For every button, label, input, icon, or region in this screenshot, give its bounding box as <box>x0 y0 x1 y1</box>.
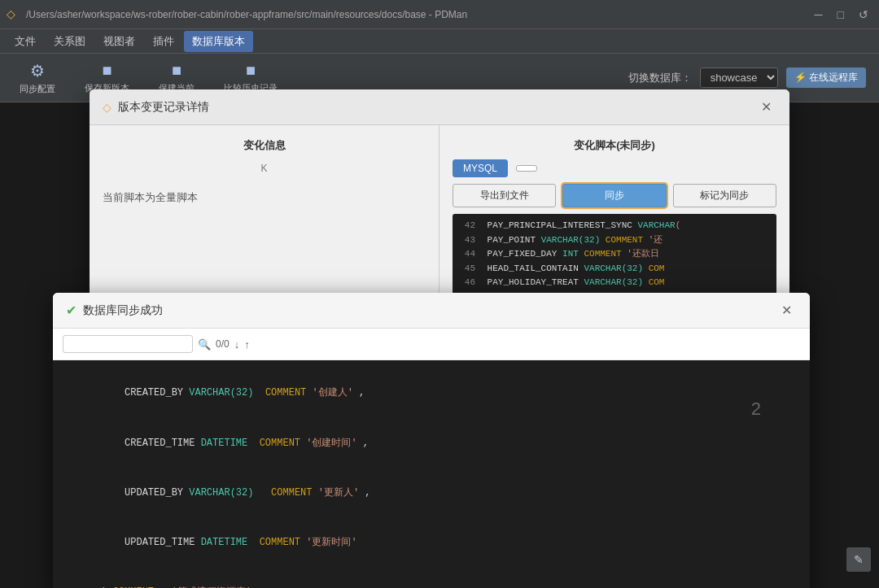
sync-config-icon: ⚙ <box>30 61 45 81</box>
build-current-icon: ■ <box>172 61 181 80</box>
change-info-title: 变化信息 <box>103 138 426 153</box>
sync-modal: ✔ 数据库同步成功 ✕ 🔍 0/0 ↓ ↑ CREATED_BY VARCHAR… <box>53 293 810 588</box>
app-icon: ◇ <box>7 7 21 22</box>
menu-bar: 文件 关系图 视图者 插件 数据库版本 <box>0 29 879 54</box>
sql-area[interactable]: CREATED_BY VARCHAR(32) COMMENT '创建人' , C… <box>53 360 810 588</box>
code-line-42: 42 PAY_PRINCIPAL_INTEREST_SYNC VARCHAR( <box>459 219 770 233</box>
sql-line-4: UPDATED_TIME DATETIME COMMENT '更新时间' <box>66 518 797 568</box>
sync-btn[interactable]: 同步 <box>562 184 666 207</box>
sql-line-1: CREATED_BY VARCHAR(32) COMMENT '创建人' , <box>66 368 797 418</box>
window-path: /Users/asher/workspace/ws-rober/rober-ca… <box>26 9 811 20</box>
db-select[interactable]: showcase <box>700 68 778 88</box>
divider-k: K <box>103 163 426 174</box>
sync-config-btn[interactable]: ⚙ 同步配置 <box>13 58 62 98</box>
sql-line-3: UPDATED_BY VARCHAR(32) COMMENT '更新人' , <box>66 468 797 517</box>
online-db-btn[interactable]: ⚡ 在线远程库 <box>786 68 866 88</box>
sync-modal-header: ✔ 数据库同步成功 ✕ <box>53 293 810 329</box>
search-bar: 🔍 0/0 ↓ ↑ <box>53 329 810 360</box>
current-script-label: 当前脚本为全量脚本 <box>103 190 426 205</box>
version-modal-title: 版本变更记录详情 <box>118 100 756 115</box>
menu-view[interactable]: 视图者 <box>95 31 143 52</box>
code-line-43: 43 PAY_POINT VARCHAR(32) COMMENT '还 <box>459 233 770 248</box>
sync-success-icon: ✔ <box>66 303 77 318</box>
menu-file[interactable]: 文件 <box>7 31 44 52</box>
refresh-btn[interactable]: ↺ <box>855 7 872 23</box>
search-count: 0/0 <box>216 338 230 350</box>
mysql-tab[interactable]: MYSQL <box>453 159 508 177</box>
toolbar-right: 切换数据库： showcase ⚡ 在线远程库 <box>628 68 866 88</box>
maximize-btn[interactable]: □ <box>833 7 848 23</box>
search-down-nav[interactable]: ↓ <box>234 338 240 351</box>
version-modal-close[interactable]: ✕ <box>756 98 776 116</box>
search-input[interactable] <box>63 335 193 353</box>
sql-line-5: ) COMMENT = '简式流程资源表'; <box>66 568 797 588</box>
compare-history-icon: ■ <box>246 61 256 80</box>
edit-btn[interactable]: ✎ <box>846 547 871 572</box>
title-bar: ◇ /Users/asher/workspace/ws-rober/rober-… <box>0 0 879 29</box>
version-actions: 导出到文件 同步 标记为同步 <box>453 184 776 207</box>
db-switch-label: 切换数据库： <box>628 71 692 85</box>
menu-relation[interactable]: 关系图 <box>46 31 94 52</box>
minimize-btn[interactable]: ─ <box>811 7 827 23</box>
sync-modal-title: 数据库同步成功 <box>83 303 776 318</box>
version-modal-icon: ◇ <box>103 101 112 114</box>
change-script-title: 变化脚本(未同步) <box>453 138 776 153</box>
code-line-45: 45 HEAD_TAIL_CONTAIN VARCHAR(32) COM <box>459 262 770 277</box>
save-version-icon: ■ <box>102 61 112 80</box>
code-line-44: 44 PAY_FIXED_DAY INT COMMENT '还款日 <box>459 247 770 262</box>
code-line-46: 46 PAY_HOLIDAY_TREAT VARCHAR(32) COM <box>459 276 770 290</box>
menu-dbversion[interactable]: 数据库版本 <box>184 31 253 52</box>
sync-modal-close[interactable]: ✕ <box>776 301 797 320</box>
search-icon[interactable]: 🔍 <box>198 338 211 351</box>
mark-sync-btn[interactable]: 标记为同步 <box>673 184 776 207</box>
number-badge-2: 2 <box>751 399 761 420</box>
window-controls: ─ □ ↺ <box>811 7 872 23</box>
search-up-nav[interactable]: ↑ <box>244 338 250 351</box>
menu-plugin[interactable]: 插件 <box>145 31 182 52</box>
edit-icon-bar: ✎ <box>846 547 871 572</box>
version-modal-header: ◇ 版本变更记录详情 ✕ <box>90 89 789 125</box>
version-right-header: 变化脚本(未同步) <box>453 138 776 153</box>
tab2[interactable] <box>516 165 537 172</box>
export-file-btn[interactable]: 导出到文件 <box>453 184 556 207</box>
sql-line-2: CREATED_TIME DATETIME COMMENT '创建时间' , <box>66 418 797 468</box>
sync-config-label: 同步配置 <box>20 83 55 95</box>
